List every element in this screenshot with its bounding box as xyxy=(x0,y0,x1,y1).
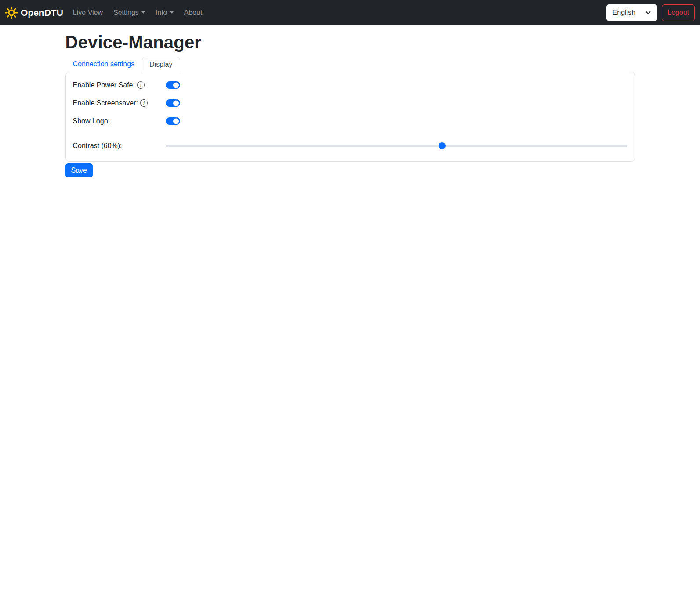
control-col xyxy=(166,81,627,89)
brand[interactable]: OpenDTU xyxy=(5,5,63,21)
page-title: Device-Manager xyxy=(65,33,635,52)
caret-down-icon xyxy=(170,11,174,14)
enable-screensaver-label: Enable Screensaver: xyxy=(73,99,138,107)
nav-links: Live View Settings Info About xyxy=(68,5,208,20)
enable-power-safe-toggle[interactable] xyxy=(166,81,180,89)
form-label: Show Logo: xyxy=(73,117,166,125)
form-label: Enable Screensaver: i xyxy=(73,99,166,107)
show-logo-label: Show Logo: xyxy=(73,117,110,125)
enable-screensaver-toggle[interactable] xyxy=(166,99,180,107)
display-settings-card: Enable Power Safe: i Enable Screensaver:… xyxy=(65,72,635,162)
form-row-enable-power-safe: Enable Power Safe: i xyxy=(73,80,627,90)
info-icon[interactable]: i xyxy=(137,81,145,89)
nav-item-label: Settings xyxy=(113,9,139,17)
chevron-down-icon xyxy=(645,10,651,16)
form-row-enable-screensaver: Enable Screensaver: i xyxy=(73,98,627,109)
language-select-value: English xyxy=(613,9,635,17)
nav-item-label: Live View xyxy=(73,9,103,17)
tab-bar: Connection settings Display xyxy=(65,56,635,72)
info-icon[interactable]: i xyxy=(140,99,148,107)
control-col xyxy=(166,117,627,125)
caret-down-icon xyxy=(141,11,145,14)
nav-item-label: Info xyxy=(156,9,167,17)
tab-connection-settings[interactable]: Connection settings xyxy=(65,56,142,72)
form-row-contrast: Contrast (60%): xyxy=(73,137,627,154)
show-logo-toggle[interactable] xyxy=(166,117,180,125)
main-container: Device-Manager Connection settings Displ… xyxy=(60,33,640,177)
control-col xyxy=(166,99,627,107)
logout-button[interactable]: Logout xyxy=(662,4,695,21)
language-select[interactable]: English xyxy=(606,4,657,21)
control-col xyxy=(166,142,627,149)
nav-item-live-view[interactable]: Live View xyxy=(68,5,108,20)
navbar-right: English Logout xyxy=(606,4,695,21)
navbar: OpenDTU Live View Settings Info About En… xyxy=(0,0,700,25)
contrast-slider[interactable] xyxy=(166,142,627,149)
nav-item-info[interactable]: Info xyxy=(150,5,179,20)
nav-item-about[interactable]: About xyxy=(179,5,208,20)
nav-item-settings[interactable]: Settings xyxy=(108,5,150,20)
save-button[interactable]: Save xyxy=(65,163,93,177)
enable-power-safe-label: Enable Power Safe: xyxy=(73,81,135,89)
form-row-show-logo: Show Logo: xyxy=(73,116,627,127)
form-label: Enable Power Safe: i xyxy=(73,81,166,89)
sun-icon xyxy=(5,7,18,19)
tab-display[interactable]: Display xyxy=(142,57,180,72)
form-label: Contrast (60%): xyxy=(73,142,166,150)
contrast-label: Contrast (60%): xyxy=(73,142,122,150)
brand-label: OpenDTU xyxy=(21,7,63,18)
nav-item-label: About xyxy=(184,9,203,17)
